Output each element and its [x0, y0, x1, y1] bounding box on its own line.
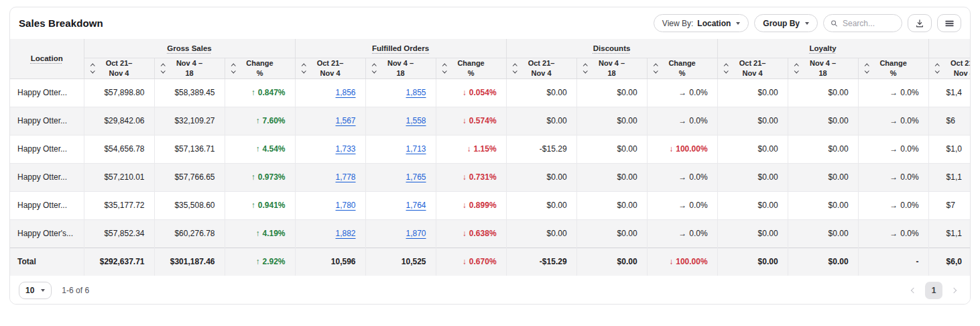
orders-link[interactable]: 1,882: [336, 229, 356, 238]
column-header[interactable]: Change%: [647, 58, 717, 78]
value-cell: -$15.29: [506, 248, 576, 276]
group-header[interactable]: Gross Sales: [84, 39, 295, 58]
table-options-button[interactable]: [937, 14, 961, 32]
orders-link[interactable]: 1,870: [406, 229, 426, 238]
value-cell: $35,177.72: [84, 191, 154, 219]
orders-cell: 1,856: [295, 78, 365, 107]
value-cell: $54,656.78: [84, 135, 154, 163]
column-header[interactable]: Change%: [436, 58, 506, 78]
sort-icon[interactable]: [373, 64, 376, 72]
change-cell: 0.054%: [436, 78, 506, 107]
column-header[interactable]: Change%: [225, 58, 295, 78]
orders-link[interactable]: 1,856: [336, 88, 356, 97]
sort-icon[interactable]: [232, 64, 235, 72]
group-header[interactable]: Fulfilled Orders: [295, 39, 506, 58]
view-by-value: Location: [697, 19, 731, 28]
value-cell: $0.00: [506, 78, 576, 107]
change-cell: 0.0%: [647, 78, 717, 107]
value-cell: $0.00: [506, 191, 576, 219]
sort-icon[interactable]: [795, 64, 798, 72]
value-cell: $0.00: [576, 191, 647, 219]
sort-icon[interactable]: [162, 64, 165, 72]
column-header[interactable]: Oct 21–Nov 4: [717, 58, 788, 78]
sort-icon[interactable]: [865, 64, 869, 72]
table-row: Happy Otter...$57,210.01$57,766.650.973%…: [10, 163, 970, 191]
sort-icon[interactable]: [725, 64, 728, 72]
sort-icon[interactable]: [513, 64, 517, 72]
change-cell: 0.0%: [858, 219, 928, 248]
column-header[interactable]: Oct 21–Nov 4: [295, 58, 365, 78]
change-cell: 7.60%: [225, 107, 295, 135]
view-by-dropdown[interactable]: View By: Location: [654, 14, 749, 32]
page-size-dropdown[interactable]: 10: [19, 282, 52, 299]
trend-up-icon: [256, 144, 260, 154]
sort-icon[interactable]: [584, 64, 587, 72]
trend-flat-icon: [678, 88, 686, 97]
orders-link[interactable]: 1,764: [406, 201, 426, 210]
clipped-value-cell: $7: [928, 191, 970, 219]
current-page-button[interactable]: 1: [925, 282, 942, 299]
column-header[interactable]: Nov 4 –18: [788, 58, 858, 78]
prev-page-button[interactable]: [911, 287, 916, 292]
location-cell: Happy Otter...: [10, 191, 84, 219]
column-header[interactable]: Nov 4 –18: [365, 58, 436, 78]
search-box[interactable]: [823, 14, 902, 32]
download-button[interactable]: [908, 14, 932, 32]
trend-down-icon: [463, 88, 467, 97]
sort-icon[interactable]: [654, 64, 658, 72]
group-header[interactable]: Loyalty: [717, 39, 928, 58]
value-cell: $35,508.60: [154, 191, 225, 219]
group-by-dropdown[interactable]: Group By: [754, 14, 818, 32]
location-cell: Happy Otter...: [10, 107, 84, 135]
orders-cell: 1,778: [295, 163, 365, 191]
orders-link[interactable]: 1,733: [336, 144, 356, 154]
search-input[interactable]: [843, 19, 895, 28]
table-scroll-area[interactable]: LocationGross SalesFulfilled OrdersDisco…: [10, 39, 970, 276]
orders-link[interactable]: 1,765: [406, 172, 426, 182]
orders-cell: 1,855: [365, 78, 436, 107]
location-column-header[interactable]: Location: [10, 39, 84, 78]
orders-link[interactable]: 1,558: [406, 116, 426, 125]
value-cell: $0.00: [788, 191, 858, 219]
group-header-row: LocationGross SalesFulfilled OrdersDisco…: [10, 39, 970, 58]
orders-link[interactable]: 1,780: [336, 201, 356, 210]
value-cell: $0.00: [576, 107, 647, 135]
change-cell: 2.92%: [225, 248, 295, 276]
location-cell: Happy Otter...: [10, 163, 84, 191]
orders-cell: 1,567: [295, 107, 365, 135]
sales-table: LocationGross SalesFulfilled OrdersDisco…: [10, 39, 970, 276]
column-header[interactable]: Oct 21–Nov 4: [84, 58, 154, 78]
value-cell: $58,389.45: [154, 78, 225, 107]
sort-icon[interactable]: [936, 64, 939, 72]
orders-link[interactable]: 1,567: [336, 116, 356, 125]
column-header[interactable]: Nov 4 –18: [154, 58, 225, 78]
total-row: Total$292,637.71$301,187.462.92%10,59610…: [10, 248, 970, 276]
clipped-value-cell: $1,1: [928, 219, 970, 248]
value-cell: $0.00: [788, 78, 858, 107]
table-row: Happy Otter...$35,177.72$35,508.600.941%…: [10, 191, 970, 219]
column-header[interactable]: Change%: [858, 58, 928, 78]
value-cell: 10,525: [365, 248, 436, 276]
column-header[interactable]: Nov 4 –18: [576, 58, 647, 78]
change-cell: -: [858, 248, 928, 276]
orders-link[interactable]: 1,778: [336, 172, 356, 182]
toolbar-controls: View By: Location Group By: [654, 14, 961, 32]
group-header[interactable]: Discounts: [506, 39, 717, 58]
orders-link[interactable]: 1,713: [406, 144, 426, 154]
next-page-button[interactable]: [951, 287, 957, 292]
orders-cell: 1,780: [295, 191, 365, 219]
column-header[interactable]: Oct 21–Nov 4: [506, 58, 576, 78]
value-cell: $57,898.80: [84, 78, 154, 107]
orders-link[interactable]: 1,855: [406, 88, 426, 97]
value-cell: $57,136.71: [154, 135, 225, 163]
sort-icon[interactable]: [302, 64, 306, 72]
trend-down-icon: [463, 172, 467, 182]
clipped-value-cell: $6,0: [928, 248, 970, 276]
value-cell: $57,852.34: [84, 219, 154, 248]
table-row: Happy Otter...$29,842.06$32,109.277.60%1…: [10, 107, 970, 135]
sort-icon[interactable]: [443, 64, 446, 72]
sort-icon[interactable]: [91, 64, 95, 72]
value-cell: 10,596: [295, 248, 365, 276]
sales-breakdown-panel: Sales Breakdown View By: Location Group …: [9, 7, 971, 305]
column-header[interactable]: Oct 21–Nov 4: [928, 58, 970, 78]
